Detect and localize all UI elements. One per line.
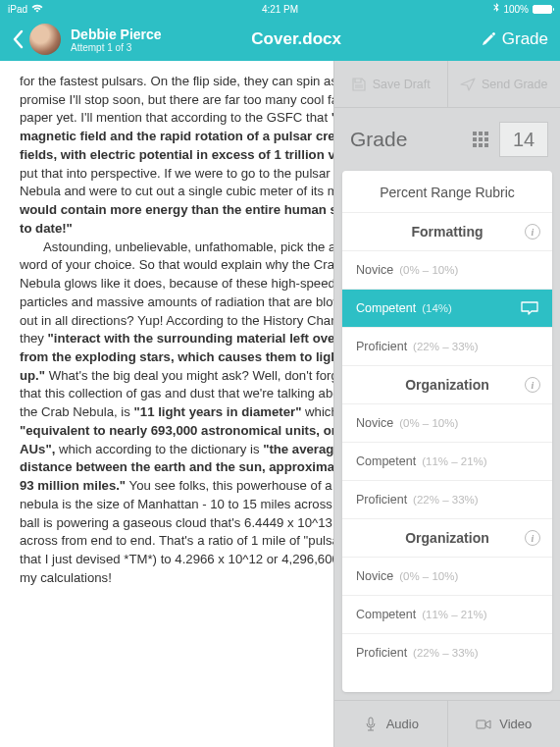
video-button[interactable]: Video	[447, 701, 561, 747]
battery-pct: 100%	[503, 4, 529, 15]
microphone-icon	[363, 717, 379, 732]
svg-rect-4	[479, 137, 483, 141]
rubric-title: Percent Range Rubric	[342, 171, 552, 212]
chevron-left-icon	[12, 29, 24, 49]
grading-panel: Save Draft Send Grade Grade 14 Percent R…	[333, 61, 560, 747]
level-name: Novice	[356, 263, 393, 277]
rubric-card: Percent Range Rubric FormattingiNovice(0…	[342, 171, 552, 692]
level-pct: (22% – 33%)	[413, 341, 478, 352]
level-name: Competent	[356, 608, 416, 621]
grade-value-input[interactable]: 14	[499, 122, 548, 157]
rubric-sections: FormattingiNovice(0% – 10%)Competent(14%…	[342, 212, 552, 671]
send-grade-button[interactable]: Send Grade	[447, 61, 561, 107]
rubric-level-row[interactable]: Novice(0% – 10%)	[342, 403, 552, 442]
level-name: Novice	[356, 569, 393, 583]
rubric-section-header[interactable]: Formattingi	[342, 212, 552, 250]
send-icon	[460, 77, 476, 92]
svg-rect-9	[369, 718, 373, 725]
info-icon[interactable]: i	[525, 224, 540, 240]
svg-rect-7	[479, 143, 483, 147]
pencil-icon	[481, 31, 496, 47]
rubric-level-row[interactable]: Competent(11% – 21%)	[342, 595, 552, 633]
level-pct: (0% – 10%)	[399, 264, 458, 276]
level-pct: (11% – 21%)	[422, 609, 486, 620]
level-pct: (0% – 10%)	[399, 570, 458, 582]
rubric-level-row[interactable]: Proficient(22% – 33%)	[342, 480, 552, 518]
battery-icon	[533, 5, 552, 14]
svg-rect-2	[484, 132, 488, 135]
level-name: Proficient	[356, 493, 407, 507]
nav-bar: Debbie Pierce Attempt 1 of 3 Cover.docx …	[0, 18, 560, 61]
rubric-level-row[interactable]: Competent(14%)	[342, 289, 552, 327]
rubric-level-row[interactable]: Proficient(22% – 33%)	[342, 327, 552, 365]
status-time: 4:21 PM	[189, 4, 371, 15]
level-name: Proficient	[356, 646, 407, 660]
rubric-level-row[interactable]: Proficient(22% – 33%)	[342, 633, 552, 671]
bluetooth-icon	[493, 3, 499, 15]
svg-rect-1	[479, 132, 483, 135]
wifi-icon	[31, 4, 43, 15]
level-pct: (11% – 21%)	[422, 455, 486, 467]
comment-icon[interactable]	[521, 301, 538, 315]
rubric-grid-icon[interactable]	[472, 131, 489, 148]
media-bar: Audio Video	[334, 700, 560, 747]
attempt-label: Attempt 1 of 3	[71, 42, 162, 53]
svg-rect-3	[473, 137, 477, 141]
level-name: Competent	[356, 454, 416, 468]
grade-row: Grade 14	[334, 108, 560, 171]
svg-rect-10	[477, 720, 485, 728]
info-icon[interactable]: i	[525, 530, 540, 546]
avatar[interactable]	[29, 24, 61, 55]
rubric-level-row[interactable]: Novice(0% – 10%)	[342, 557, 552, 595]
grade-label: Grade	[350, 128, 462, 151]
svg-rect-0	[473, 132, 477, 135]
level-name: Novice	[356, 416, 393, 430]
svg-rect-5	[484, 137, 488, 141]
rubric-section-header[interactable]: Organizationi	[342, 365, 552, 403]
level-pct: (22% – 33%)	[413, 647, 478, 659]
save-icon	[351, 77, 367, 92]
audio-button[interactable]: Audio	[334, 701, 447, 747]
device-label: iPad	[8, 4, 27, 15]
grade-button[interactable]: Grade	[481, 29, 548, 49]
panel-top-actions: Save Draft Send Grade	[334, 61, 560, 108]
level-name: Proficient	[356, 340, 407, 353]
rubric-level-row[interactable]: Novice(0% – 10%)	[342, 250, 552, 289]
save-draft-button[interactable]: Save Draft	[334, 61, 447, 107]
level-pct: (14%)	[422, 302, 452, 314]
level-pct: (0% – 10%)	[399, 417, 458, 429]
svg-rect-6	[473, 143, 477, 147]
back-button[interactable]	[12, 29, 24, 49]
rubric-level-row[interactable]: Competent(11% – 21%)	[342, 442, 552, 480]
status-bar: iPad 4:21 PM 100%	[0, 0, 560, 18]
svg-rect-8	[484, 143, 488, 147]
rubric-section-header[interactable]: Organizationi	[342, 518, 552, 557]
level-pct: (22% – 33%)	[413, 494, 478, 506]
level-name: Competent	[356, 301, 416, 315]
video-icon	[476, 717, 491, 732]
page-title: Cover.docx	[113, 29, 481, 49]
info-icon[interactable]: i	[525, 377, 540, 393]
grade-button-label: Grade	[502, 29, 548, 49]
